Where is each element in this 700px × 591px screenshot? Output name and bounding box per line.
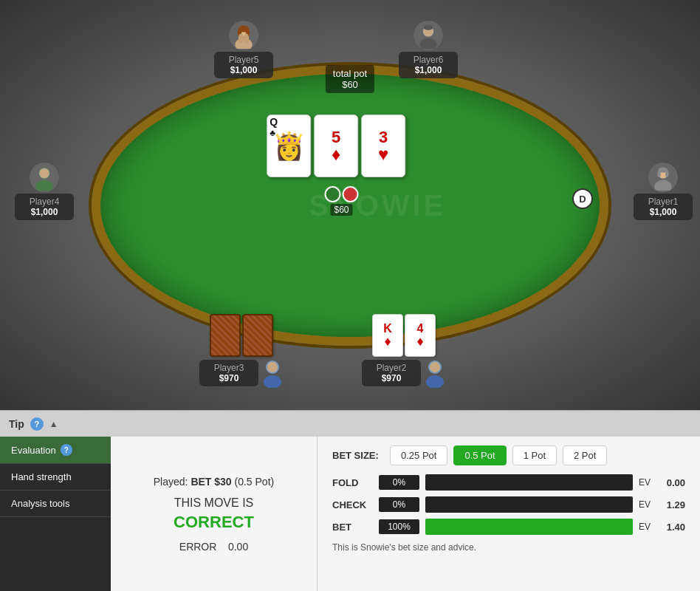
avatar-player1 (648, 163, 678, 192)
pot-chips: $60 (325, 186, 359, 216)
avatar-inline-player2 (424, 358, 446, 388)
bet-size-025[interactable]: 0.25 Pot (390, 445, 447, 465)
sidebar-item-hand-strength[interactable]: Hand strength (0, 464, 111, 491)
player1-name: Player1 (642, 197, 684, 207)
svg-point-13 (35, 180, 52, 191)
community-card-2: 3 ♥ (361, 115, 405, 177)
player-box-player2: K ♦ 4 ♦ Player2 $970 (362, 314, 446, 388)
bet-size-05[interactable]: 0.5 Pot (453, 445, 506, 465)
player3-hand (199, 314, 284, 357)
bet-bar-container (425, 519, 633, 535)
avatar-player5 (229, 21, 258, 50)
played-detail: (0.5 Pot) (235, 476, 275, 488)
svg-point-6 (239, 33, 244, 43)
sidebar-item-evaluation[interactable]: Evaluation ? (0, 437, 111, 464)
evaluation-help-icon[interactable]: ? (61, 444, 72, 456)
avatar-svg-player6 (415, 22, 442, 49)
svg-point-19 (657, 171, 661, 177)
sidebar: Evaluation ? Hand strength Analysis tool… (0, 437, 111, 591)
player1-stack: $1,000 (642, 207, 684, 217)
chip-red (343, 186, 359, 202)
svg-point-23 (267, 362, 278, 372)
bet-size-2[interactable]: 2 Pot (563, 445, 607, 465)
fold-label: FOLD (332, 477, 373, 488)
player3-stack: $970 (208, 373, 250, 383)
player-box-player4: Player4 $1,000 (15, 163, 74, 220)
player2-card2: 4 ♦ (405, 314, 436, 357)
player6-stack: $1,000 (408, 65, 449, 75)
fold-ev-value: 0.00 (659, 477, 685, 488)
svg-point-9 (419, 38, 436, 49)
played-text: Played: BET $30 (0.5 Pot) (154, 476, 274, 488)
played-action: BET $30 (191, 476, 231, 488)
error-label: ERROR (179, 541, 217, 553)
avatar-inline-player3 (261, 358, 284, 388)
bet-label: BET (332, 522, 373, 533)
bet-ev-label: EV (639, 522, 653, 532)
bottom-panel: Tip ? ▲ Evaluation ? Hand strength Analy… (0, 410, 700, 591)
avatar-svg-player4 (31, 164, 58, 191)
player2-card1: K ♦ (372, 314, 403, 357)
player3-name: Player3 (208, 363, 250, 373)
community-cards: Q♣ 👸 5 ♦ 3 ♥ (267, 115, 405, 177)
dealer-button: D (572, 188, 593, 209)
player5-stack: $1,000 (223, 65, 264, 75)
check-label: CHECK (332, 499, 373, 510)
avatar-svg-player5 (230, 22, 257, 49)
action-row-bet: BET 100% EV 1.40 (332, 519, 685, 535)
player3-card1 (210, 314, 241, 357)
svg-point-26 (430, 362, 440, 372)
bet-size-label: BET SIZE: (332, 450, 384, 461)
player4-stack: $1,000 (24, 207, 65, 217)
action-row-fold: FOLD 0% EV 0.00 (332, 474, 685, 491)
played-label: Played: (154, 476, 188, 488)
player-info-player6: Player6 $1,000 (399, 52, 458, 78)
tip-help-icon[interactable]: ? (30, 417, 44, 431)
avatar-svg-player1 (650, 164, 676, 191)
move-label: THIS MOVE IS (174, 496, 254, 510)
player2-stack: $970 (371, 373, 412, 383)
player3-card2 (242, 314, 273, 357)
player-info-player5: Player5 $1,000 (214, 52, 273, 78)
svg-point-14 (40, 168, 49, 178)
player5-name: Player5 (223, 55, 264, 65)
sidebar-item-label-analysis-tools: Analysis tools (11, 498, 69, 509)
tip-label: Tip (9, 418, 24, 430)
player-info-player2: Player2 $970 (362, 360, 421, 386)
snowie-advice: This is Snowie's bet size and advice. (332, 542, 685, 553)
player4-name: Player4 (24, 197, 65, 207)
community-card-0: Q♣ 👸 (267, 115, 311, 177)
player-info-player3: Player3 $970 (199, 360, 258, 386)
total-pot: total pot $60 (326, 65, 374, 93)
fold-ev-label: EV (639, 477, 653, 488)
svg-point-11 (424, 25, 433, 30)
total-pot-value: $60 (333, 79, 367, 90)
chip-green (325, 186, 341, 202)
sidebar-item-label-evaluation: Evaluation (11, 445, 56, 456)
svg-point-16 (654, 180, 671, 191)
correct-label: CORRECT (174, 513, 254, 532)
player-info-player1: Player1 $1,000 (634, 194, 693, 220)
player2-hand: K ♦ 4 ♦ (362, 314, 446, 357)
fold-bar-container (425, 474, 633, 491)
svg-point-20 (665, 171, 669, 177)
bet-size-1[interactable]: 1 Pot (512, 445, 557, 465)
eval-content: Played: BET $30 (0.5 Pot) THIS MOVE IS C… (111, 437, 318, 591)
player-box-player5: Player5 $1,000 (214, 21, 273, 78)
check-ev-label: EV (639, 499, 653, 510)
sidebar-item-analysis-tools[interactable]: Analysis tools (0, 491, 111, 517)
poker-table-area: SNOWIE total pot $60 Q♣ 👸 5 ♦ 3 ♥ $60 D (0, 0, 700, 410)
pot-amount: $60 (330, 204, 352, 216)
bet-ev-value: 1.40 (659, 522, 685, 533)
community-card-1: 5 ♦ (314, 115, 358, 177)
svg-point-25 (426, 375, 444, 388)
svg-point-7 (244, 33, 249, 43)
tip-chevron-icon[interactable]: ▲ (49, 419, 58, 429)
player-box-player3: Player3 $970 (199, 314, 284, 388)
fold-pct: 0% (379, 475, 419, 490)
player-box-player6: Player6 $1,000 (399, 21, 458, 78)
total-pot-label: total pot (333, 68, 367, 79)
action-stats: BET SIZE: 0.25 Pot 0.5 Pot 1 Pot 2 Pot F… (318, 437, 700, 591)
sidebar-item-label-hand-strength: Hand strength (11, 471, 72, 482)
eval-area: Evaluation ? Hand strength Analysis tool… (0, 437, 700, 591)
